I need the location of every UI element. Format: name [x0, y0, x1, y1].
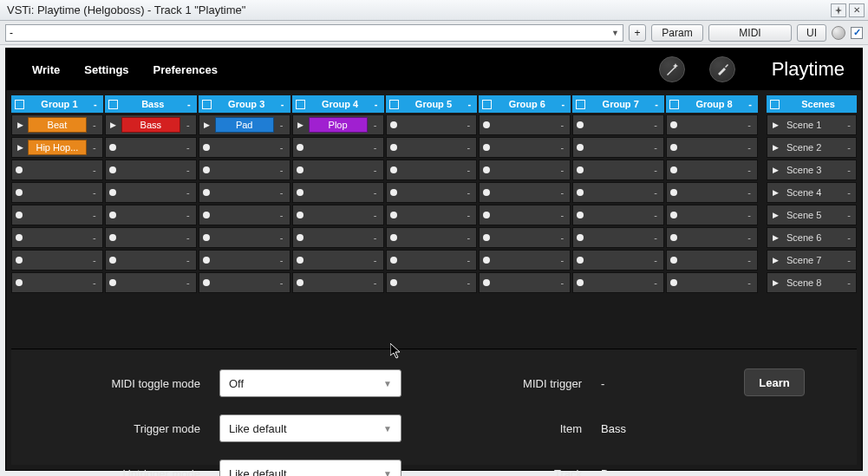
record-icon[interactable] — [16, 257, 23, 264]
group-menu-icon[interactable]: - — [372, 99, 381, 109]
group-header[interactable]: Group 7 - — [572, 95, 664, 113]
group-stop-icon[interactable] — [389, 100, 399, 109]
record-icon[interactable] — [483, 189, 490, 196]
scene-row[interactable]: ▶ Scene 8 - — [767, 272, 857, 293]
clip-label[interactable]: Hip Hop... — [28, 140, 87, 155]
scene-row[interactable]: ▶ Scene 4 - — [767, 182, 857, 203]
clip-slot[interactable]: ▶ Hip Hop... - — [11, 137, 103, 158]
record-icon[interactable] — [390, 279, 397, 286]
group-menu-icon[interactable]: - — [746, 99, 754, 109]
slot-menu-icon[interactable]: - — [184, 142, 193, 153]
record-icon[interactable] — [483, 234, 490, 241]
record-icon[interactable] — [203, 234, 210, 241]
add-preset-button[interactable]: + — [629, 24, 646, 42]
record-icon[interactable] — [577, 166, 584, 173]
record-icon[interactable] — [297, 189, 303, 196]
record-icon[interactable] — [297, 279, 303, 286]
slot-menu-icon[interactable]: - — [90, 210, 99, 220]
scene-row[interactable]: ▶ Scene 1 - — [767, 114, 857, 135]
record-icon[interactable] — [16, 166, 23, 173]
record-icon[interactable] — [670, 189, 677, 196]
record-icon[interactable] — [109, 166, 116, 173]
record-icon[interactable] — [390, 166, 397, 173]
record-icon[interactable] — [16, 279, 23, 286]
slot-menu-icon[interactable]: - — [558, 187, 566, 198]
scene-menu-icon[interactable]: - — [847, 165, 851, 175]
record-icon[interactable] — [483, 257, 490, 264]
slot-menu-icon[interactable]: - — [371, 142, 380, 153]
group-stop-icon[interactable] — [108, 100, 118, 109]
play-icon[interactable]: ▶ — [773, 256, 781, 264]
slot-menu-icon[interactable]: - — [558, 120, 566, 130]
play-icon[interactable]: ▶ — [16, 121, 24, 129]
clip-slot[interactable]: - — [479, 137, 571, 158]
clip-slot[interactable]: - — [666, 182, 758, 203]
clip-slot[interactable]: - — [11, 250, 103, 271]
scene-row[interactable]: ▶ Scene 7 - — [767, 250, 857, 271]
slot-menu-icon[interactable]: - — [464, 210, 473, 220]
clip-slot[interactable]: - — [666, 227, 758, 248]
record-icon[interactable] — [390, 212, 397, 218]
slot-menu-icon[interactable]: - — [464, 142, 473, 153]
play-icon[interactable]: ▶ — [773, 278, 781, 287]
clip-slot[interactable]: - — [572, 114, 664, 135]
clip-slot[interactable]: ▶ Plop - — [292, 114, 384, 135]
clip-slot[interactable]: - — [479, 160, 571, 180]
clip-slot[interactable]: - — [199, 137, 290, 158]
record-icon[interactable] — [109, 189, 116, 196]
clip-slot[interactable]: - — [292, 272, 384, 293]
slot-menu-icon[interactable]: - — [558, 277, 566, 288]
clip-slot[interactable]: - — [666, 160, 758, 180]
record-icon[interactable] — [297, 212, 303, 218]
clip-slot[interactable]: - — [105, 182, 197, 203]
tab-settings[interactable]: Settings — [84, 63, 128, 76]
scenes-header[interactable]: Scenes — [767, 95, 857, 113]
record-icon[interactable] — [16, 212, 23, 218]
clip-slot[interactable]: - — [386, 137, 478, 158]
record-icon[interactable] — [16, 234, 23, 241]
clip-slot[interactable]: - — [479, 114, 571, 135]
brush-icon[interactable] — [709, 56, 735, 82]
clip-slot[interactable]: - — [105, 160, 197, 180]
group-header[interactable]: Group 1 - — [11, 95, 103, 113]
group-header[interactable]: Group 8 - — [666, 95, 758, 113]
slot-menu-icon[interactable]: - — [371, 165, 380, 175]
slot-menu-icon[interactable]: - — [90, 187, 99, 198]
scene-menu-icon[interactable]: - — [847, 120, 851, 130]
clip-slot[interactable]: - — [479, 182, 571, 203]
record-icon[interactable] — [390, 144, 397, 151]
slot-menu-icon[interactable]: - — [184, 187, 193, 198]
clip-slot[interactable]: - — [105, 250, 197, 271]
clip-slot[interactable]: - — [572, 227, 664, 248]
bypass-checkbox[interactable]: ✓ — [851, 27, 863, 39]
group-menu-icon[interactable]: - — [558, 99, 567, 109]
clip-slot[interactable]: - — [572, 137, 664, 158]
scenes-stop-icon[interactable] — [770, 100, 780, 109]
group-header[interactable]: Group 6 - — [479, 95, 571, 113]
record-icon[interactable] — [577, 212, 584, 218]
clip-slot[interactable]: - — [199, 227, 290, 248]
group-stop-icon[interactable] — [202, 100, 212, 109]
group-header[interactable]: Group 4 - — [292, 95, 384, 113]
clip-label[interactable]: Plop — [309, 117, 368, 133]
record-icon[interactable] — [577, 234, 584, 241]
group-menu-icon[interactable]: - — [652, 99, 661, 109]
clip-slot[interactable]: - — [479, 250, 571, 271]
slot-menu-icon[interactable]: - — [90, 255, 99, 265]
scene-menu-icon[interactable]: - — [847, 187, 851, 198]
scene-menu-icon[interactable]: - — [847, 255, 851, 265]
slot-menu-icon[interactable]: - — [558, 255, 566, 265]
clip-slot[interactable]: - — [666, 137, 758, 158]
slot-menu-icon[interactable]: - — [277, 165, 286, 175]
slot-menu-icon[interactable]: - — [184, 165, 193, 175]
record-icon[interactable] — [577, 144, 584, 151]
clip-slot[interactable]: - — [666, 114, 758, 135]
scene-row[interactable]: ▶ Scene 3 - — [767, 160, 857, 180]
slot-menu-icon[interactable]: - — [651, 120, 660, 130]
slot-menu-icon[interactable]: - — [558, 232, 566, 243]
slot-menu-icon[interactable]: - — [371, 210, 380, 220]
midi-button[interactable]: MIDI — [708, 24, 792, 42]
slot-menu-icon[interactable]: - — [184, 277, 193, 288]
group-stop-icon[interactable] — [15, 100, 24, 109]
record-icon[interactable] — [390, 121, 397, 128]
